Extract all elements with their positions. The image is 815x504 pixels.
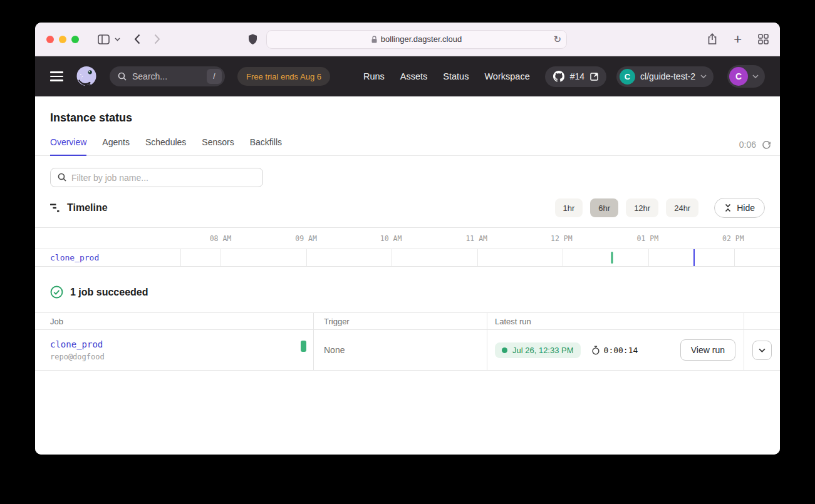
gridline: [734, 249, 735, 266]
reload-icon[interactable]: ↻: [553, 34, 561, 44]
tab-sensors[interactable]: Sensors: [202, 137, 234, 155]
global-search-input[interactable]: Search... /: [110, 66, 225, 86]
traffic-lights: [46, 36, 79, 43]
timeline-lane-chart[interactable]: [180, 249, 780, 266]
range-6hr-button[interactable]: 6hr: [590, 198, 618, 217]
job-name-link[interactable]: clone_prod: [50, 339, 103, 349]
user-avatar: C: [729, 67, 748, 86]
check-circle-icon: [50, 285, 63, 299]
sidebar-toggle-icon[interactable]: [98, 34, 110, 44]
run-tick[interactable]: [611, 252, 613, 264]
menu-icon[interactable]: [50, 71, 63, 81]
summary-text: 1 job succeeded: [70, 287, 148, 298]
app-header: Search... / Free trial ends Aug 6 Runs A…: [35, 56, 780, 96]
chevron-down-icon: [700, 75, 707, 78]
axis-tick-label: 08 AM: [210, 234, 232, 243]
dagster-logo-icon[interactable]: [75, 64, 98, 88]
nav-runs[interactable]: Runs: [363, 71, 385, 81]
search-icon: [58, 173, 66, 184]
address-bar[interactable]: bollinger.dagster.cloud ↻: [266, 30, 567, 49]
deployment-label: cl/guide-test-2: [640, 71, 695, 81]
user-menu[interactable]: C: [727, 65, 765, 88]
deployment-avatar: C: [620, 69, 635, 85]
gridline: [392, 249, 392, 266]
github-version-pill[interactable]: #14: [545, 66, 606, 87]
sidebar-chevron-icon[interactable]: [115, 38, 120, 41]
trigger-value: None: [324, 345, 345, 355]
job-repo-label: repo@dogfood: [50, 352, 105, 361]
range-12hr-button[interactable]: 12hr: [626, 198, 658, 217]
stopwatch-icon: [591, 346, 600, 355]
zoom-window-button[interactable]: [71, 36, 79, 43]
range-buttons: 1hr 6hr 12hr 24hr Hide: [555, 198, 765, 218]
search-shortcut-key: /: [207, 69, 222, 84]
nav-workspace[interactable]: Workspace: [484, 71, 529, 81]
browser-toolbar: bollinger.dagster.cloud ↻ +: [35, 23, 780, 56]
new-tab-icon[interactable]: +: [734, 33, 742, 46]
timeline-icon: [50, 203, 60, 213]
github-icon: [553, 71, 564, 82]
privacy-shield-icon[interactable]: [248, 34, 257, 45]
external-link-icon: [590, 73, 598, 81]
main-nav: Runs Assets Status Workspace: [363, 71, 530, 81]
axis-tick-label: 10 AM: [380, 234, 402, 243]
tab-overview[interactable]: Overview: [50, 137, 86, 155]
hide-label: Hide: [737, 203, 755, 213]
deployment-switcher[interactable]: C cl/guide-test-2: [616, 66, 714, 87]
nav-assets[interactable]: Assets: [400, 71, 428, 81]
tab-overview-icon[interactable]: [758, 34, 769, 44]
job-status-strip: [301, 341, 306, 352]
jobs-summary: 1 job succeeded: [35, 267, 780, 312]
gridline: [648, 249, 649, 266]
row-menu-button[interactable]: [752, 341, 772, 360]
run-time-label: Jul 26, 12:33 PM: [512, 346, 574, 355]
range-24hr-button[interactable]: 24hr: [666, 198, 698, 217]
github-version-label: #14: [570, 71, 584, 81]
jobs-table: Job Trigger Latest run clone_prod repo@d…: [35, 312, 780, 371]
timeline-lane: clone_prod: [35, 249, 780, 267]
range-1hr-button[interactable]: 1hr: [555, 198, 583, 217]
gridline: [563, 249, 563, 266]
gridline: [180, 249, 181, 266]
share-icon[interactable]: [707, 33, 717, 45]
screen: bollinger.dagster.cloud ↻ +: [0, 0, 815, 504]
tab-schedules[interactable]: Schedules: [145, 137, 186, 155]
browser-window: bollinger.dagster.cloud ↻ +: [35, 23, 780, 455]
back-button-icon[interactable]: [134, 34, 140, 44]
search-icon: [118, 72, 127, 81]
success-dot-icon: [502, 347, 507, 353]
job-filter-input[interactable]: [50, 168, 263, 187]
tab-agents[interactable]: Agents: [102, 137, 130, 155]
table-header-row: Job Trigger Latest run: [35, 313, 780, 330]
close-window-button[interactable]: [46, 36, 54, 43]
job-cell: clone_prod repo@dogfood: [35, 330, 313, 370]
column-header-actions: [744, 313, 780, 329]
gridline: [221, 249, 221, 266]
run-status-tag[interactable]: Jul 26, 12:33 PM: [495, 342, 581, 358]
filter-row: [35, 156, 780, 187]
timeline-title: Timeline: [67, 202, 108, 213]
timeline-row-label[interactable]: clone_prod: [35, 249, 180, 266]
row-actions-cell: [744, 330, 780, 370]
nav-status[interactable]: Status: [443, 71, 469, 81]
timeline-chart: 08 AM09 AM10 AM11 AM12 PM01 PM02 PM clon…: [35, 227, 780, 267]
now-marker-line: [693, 249, 695, 266]
timeline-header: Timeline 1hr 6hr 12hr 24hr Hide: [35, 187, 780, 227]
chevron-down-icon: [752, 75, 759, 78]
tabs-row: Overview Agents Schedules Sensors Backfi…: [35, 137, 780, 156]
page-title: Instance status: [35, 96, 780, 125]
trial-badge[interactable]: Free trial ends Aug 6: [237, 67, 330, 86]
lock-icon: [371, 36, 377, 43]
run-duration-value: 0:00:14: [604, 346, 638, 355]
instance-status-page: Instance status Overview Agents Schedule…: [35, 96, 780, 455]
urlbar-wrap: bollinger.dagster.cloud ↻: [248, 30, 567, 49]
tabs: Overview Agents Schedules Sensors Backfi…: [50, 137, 282, 155]
tab-backfills[interactable]: Backfills: [250, 137, 282, 155]
table-row: clone_prod repo@dogfood None Jul 26, 12:…: [35, 330, 780, 371]
forward-button-icon[interactable]: [154, 34, 160, 44]
refresh-icon[interactable]: [762, 140, 771, 150]
view-run-button[interactable]: View run: [680, 339, 735, 361]
minimize-window-button[interactable]: [59, 36, 66, 43]
axis-tick-label: 12 PM: [551, 234, 573, 243]
hide-timeline-button[interactable]: Hide: [714, 198, 765, 218]
